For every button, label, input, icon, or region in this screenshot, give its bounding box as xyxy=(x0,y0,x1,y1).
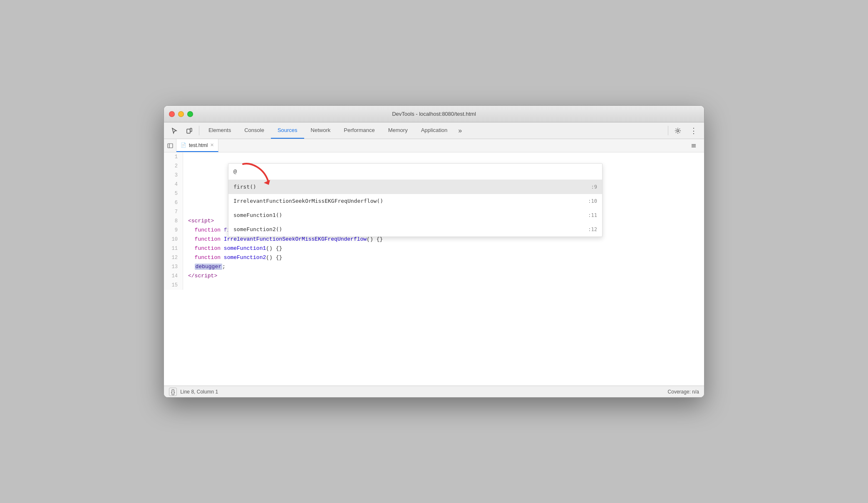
line-num-6: 6 xyxy=(164,198,183,207)
pretty-print-button[interactable]: {} xyxy=(169,388,177,396)
toolbar-divider xyxy=(199,126,199,135)
line-num-14: 14 xyxy=(164,271,183,281)
svg-rect-0 xyxy=(187,129,190,133)
more-options-button[interactable]: ⋮ xyxy=(687,122,701,139)
line-num-13: 13 xyxy=(164,262,183,271)
tab-performance[interactable]: Performance xyxy=(337,122,381,139)
autocomplete-item-1[interactable]: IrrelevantFunctionSeekOrMissEKGFreqUnder… xyxy=(228,194,602,208)
code-line-14: 14 </script> xyxy=(164,271,704,281)
toolbar-divider-2 xyxy=(668,126,668,135)
code-line-11: 11 function someFunction1() {} xyxy=(164,244,704,253)
file-tab-close[interactable]: ✕ xyxy=(210,142,214,148)
svg-rect-3 xyxy=(168,144,173,148)
file-tab-test-html[interactable]: 📄 test.html ✕ xyxy=(176,139,218,152)
autocomplete-item-name-1: IrrelevantFunctionSeekOrMissEKGFreqUnder… xyxy=(233,197,383,206)
autocomplete-item-line-2: :11 xyxy=(588,211,597,220)
line-num-9: 9 xyxy=(164,226,183,235)
devtools-toolbar: Elements Console Sources Network Perform… xyxy=(164,122,704,139)
line-num-1: 1 xyxy=(164,152,183,162)
code-editor[interactable]: @ first() :9 IrrelevantFunctionSeekOrMis… xyxy=(164,152,704,386)
close-button[interactable] xyxy=(169,111,175,117)
devtools-window: DevTools - localhost:8080/test.html Elem… xyxy=(164,105,704,398)
close-drawer-button[interactable] xyxy=(687,139,701,152)
file-icon: 📄 xyxy=(181,142,186,148)
autocomplete-search-text[interactable]: @ xyxy=(233,167,597,176)
autocomplete-item-2[interactable]: someFunction1() :11 xyxy=(228,208,602,222)
tab-memory[interactable]: Memory xyxy=(382,122,414,139)
autocomplete-item-name-0: first() xyxy=(233,182,256,192)
titlebar: DevTools - localhost:8080/test.html xyxy=(164,106,704,122)
line-num-10: 10 xyxy=(164,235,183,244)
autocomplete-item-0[interactable]: first() :9 xyxy=(228,180,602,194)
code-editor-empty xyxy=(164,290,704,386)
autocomplete-item-line-1: :10 xyxy=(588,197,597,206)
autocomplete-item-3[interactable]: someFunction2() :12 xyxy=(228,222,602,237)
file-tabs-bar: 📄 test.html ✕ xyxy=(164,139,704,152)
svg-rect-1 xyxy=(190,128,192,132)
main-content: @ first() :9 IrrelevantFunctionSeekOrMis… xyxy=(164,152,704,397)
line-content-1 xyxy=(183,152,704,162)
code-line-13: 13 debugger; xyxy=(164,262,704,271)
autocomplete-item-name-3: someFunction2() xyxy=(233,225,282,234)
tab-sources[interactable]: Sources xyxy=(271,122,304,139)
autocomplete-dropdown: @ first() :9 IrrelevantFunctionSeekOrMis… xyxy=(228,163,603,237)
status-bar: {} Line 8, Column 1 Coverage: n/a xyxy=(164,386,704,397)
line-num-8: 8 xyxy=(164,217,183,226)
coverage-status: Coverage: n/a xyxy=(668,389,699,395)
autocomplete-item-line-3: :12 xyxy=(588,225,597,234)
cursor-position: Line 8, Column 1 xyxy=(180,389,218,395)
line-num-3: 3 xyxy=(164,171,183,180)
device-toggle-button[interactable] xyxy=(182,122,196,139)
tab-bar: Elements Console Sources Network Perform… xyxy=(202,122,665,139)
line-content-15 xyxy=(183,281,704,290)
settings-button[interactable] xyxy=(671,122,685,139)
status-left: {} Line 8, Column 1 xyxy=(169,388,218,396)
line-content-14: </script> xyxy=(183,271,704,281)
tab-console[interactable]: Console xyxy=(238,122,271,139)
line-num-2: 2 xyxy=(164,162,183,171)
line-content-12: function someFunction2() {} xyxy=(183,253,704,262)
show-navigator-button[interactable] xyxy=(164,139,176,152)
maximize-button[interactable] xyxy=(187,111,193,117)
window-title: DevTools - localhost:8080/test.html xyxy=(392,111,476,117)
tab-elements[interactable]: Elements xyxy=(202,122,238,139)
autocomplete-item-name-2: someFunction1() xyxy=(233,211,282,220)
file-tab-right xyxy=(687,139,704,152)
code-line-12: 12 function someFunction2() {} xyxy=(164,253,704,262)
line-num-4: 4 xyxy=(164,180,183,189)
tab-network[interactable]: Network xyxy=(304,122,337,139)
toolbar-right: ⋮ xyxy=(671,122,701,139)
line-num-15: 15 xyxy=(164,281,183,290)
tab-application[interactable]: Application xyxy=(414,122,454,139)
code-line-1: 1 xyxy=(164,152,704,162)
line-content-11: function someFunction1() {} xyxy=(183,244,704,253)
autocomplete-item-line-0: :9 xyxy=(591,182,597,192)
code-line-15: 15 xyxy=(164,281,704,290)
status-right: Coverage: n/a xyxy=(668,389,699,395)
line-num-12: 12 xyxy=(164,253,183,262)
svg-point-2 xyxy=(677,129,679,132)
minimize-button[interactable] xyxy=(178,111,184,117)
traffic-lights xyxy=(169,111,193,117)
select-element-button[interactable] xyxy=(167,122,181,139)
line-num-5: 5 xyxy=(164,189,183,198)
more-tabs-button[interactable]: » xyxy=(454,122,466,139)
line-num-7: 7 xyxy=(164,207,183,217)
autocomplete-search-bar: @ xyxy=(228,164,602,180)
file-tab-name: test.html xyxy=(189,142,208,148)
line-content-13: debugger; xyxy=(183,262,704,271)
line-num-11: 11 xyxy=(164,244,183,253)
